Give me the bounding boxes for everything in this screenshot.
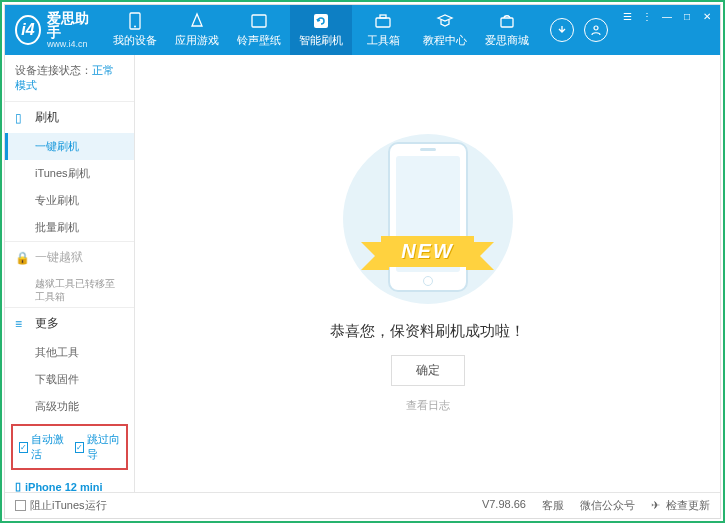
wechat-link[interactable]: 微信公众号 (580, 498, 635, 513)
sidebar: 设备连接状态：正常模式 ▯ 刷机 一键刷机 iTunes刷机 专业刷机 批量刷机… (5, 55, 135, 492)
window-controls: ☰ ⋮ — □ ✕ (620, 5, 720, 55)
svg-point-7 (594, 26, 598, 30)
app-title: 爱思助手 (47, 11, 94, 39)
menu-icon[interactable]: ☰ (620, 9, 634, 23)
view-log-link[interactable]: 查看日志 (406, 398, 450, 413)
section-more[interactable]: ≡ 更多 (5, 308, 134, 339)
version-label: V7.98.66 (482, 498, 526, 513)
nav-toolbox[interactable]: 工具箱 (352, 5, 414, 55)
new-ribbon: NEW (381, 236, 474, 267)
svg-rect-2 (252, 15, 266, 27)
update-link[interactable]: ✈ 检查更新 (651, 498, 710, 513)
settings-icon[interactable]: ⋮ (640, 9, 654, 23)
check-block-itunes[interactable]: 阻止iTunes运行 (15, 498, 107, 513)
store-icon (498, 12, 516, 30)
logo-icon: i4 (15, 15, 41, 45)
svg-point-1 (134, 26, 136, 28)
svg-rect-5 (380, 15, 386, 18)
sidebar-item-advanced[interactable]: 高级功能 (5, 393, 134, 420)
nav-ringtones[interactable]: 铃声壁纸 (228, 5, 290, 55)
list-icon: ≡ (15, 317, 29, 331)
close-icon[interactable]: ✕ (700, 9, 714, 23)
lock-icon: 🔒 (15, 251, 29, 265)
jailbreak-note: 越狱工具已转移至工具箱 (5, 273, 134, 307)
sidebar-item-oneclick[interactable]: 一键刷机 (5, 133, 134, 160)
svg-rect-4 (376, 18, 390, 27)
apps-icon (188, 12, 206, 30)
check-auto-activate[interactable]: ✓自动激活 (19, 432, 65, 462)
device-icon: ▯ (15, 480, 21, 492)
statusbar: 阻止iTunes运行 V7.98.66 客服 微信公众号 ✈ 检查更新 (5, 492, 720, 518)
wallpaper-icon (250, 12, 268, 30)
nav-flash[interactable]: 智能刷机 (290, 5, 352, 55)
nav-apps[interactable]: 应用游戏 (166, 5, 228, 55)
main-nav: 我的设备 应用游戏 铃声壁纸 智能刷机 工具箱 教程中心 爱思商城 (104, 5, 538, 55)
phone-small-icon: ▯ (15, 111, 29, 125)
check-skip-guide[interactable]: ✓跳过向导 (75, 432, 121, 462)
topbar: i4 爱思助手 www.i4.cn 我的设备 应用游戏 铃声壁纸 智能刷机 工具… (5, 5, 720, 55)
sidebar-item-pro[interactable]: 专业刷机 (5, 187, 134, 214)
toolbox-icon (374, 12, 392, 30)
user-icon[interactable] (584, 18, 608, 42)
logo[interactable]: i4 爱思助手 www.i4.cn (5, 5, 104, 55)
main-panel: NEW 恭喜您，保资料刷机成功啦！ 确定 查看日志 (135, 55, 720, 492)
app-url: www.i4.cn (47, 39, 94, 49)
connection-status: 设备连接状态：正常模式 (5, 55, 134, 101)
tutorial-icon (436, 12, 454, 30)
ok-button[interactable]: 确定 (391, 355, 465, 386)
section-jailbreak[interactable]: 🔒 一键越狱 (5, 242, 134, 273)
device-info[interactable]: ▯iPhone 12 mini 64GB Down-12mini-13,1 (5, 474, 134, 492)
download-icon[interactable] (550, 18, 574, 42)
svg-rect-6 (501, 18, 513, 27)
sidebar-item-itunes[interactable]: iTunes刷机 (5, 160, 134, 187)
svg-rect-3 (314, 14, 328, 28)
success-message: 恭喜您，保资料刷机成功啦！ (330, 322, 525, 341)
plane-icon: ✈ (651, 499, 663, 511)
refresh-icon (312, 12, 330, 30)
success-illustration: NEW (328, 134, 528, 304)
support-link[interactable]: 客服 (542, 498, 564, 513)
options-highlight: ✓自动激活 ✓跳过向导 (11, 424, 128, 470)
nav-tutorials[interactable]: 教程中心 (414, 5, 476, 55)
minimize-icon[interactable]: — (660, 9, 674, 23)
maximize-icon[interactable]: □ (680, 9, 694, 23)
sidebar-item-download[interactable]: 下载固件 (5, 366, 134, 393)
app-window: i4 爱思助手 www.i4.cn 我的设备 应用游戏 铃声壁纸 智能刷机 工具… (4, 4, 721, 519)
nav-store[interactable]: 爱思商城 (476, 5, 538, 55)
sidebar-item-batch[interactable]: 批量刷机 (5, 214, 134, 241)
phone-icon (126, 12, 144, 30)
nav-my-device[interactable]: 我的设备 (104, 5, 166, 55)
sidebar-item-other[interactable]: 其他工具 (5, 339, 134, 366)
section-flash[interactable]: ▯ 刷机 (5, 102, 134, 133)
